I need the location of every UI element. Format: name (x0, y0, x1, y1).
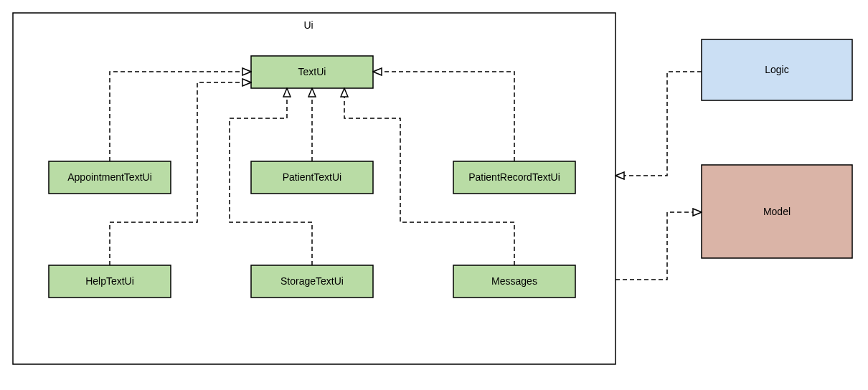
class-patientrecord-label: PatientRecordTextUi (468, 171, 560, 183)
uml-diagram: Ui TextUi AppointmentTextUi PatientTextU… (0, 0, 868, 390)
package-title: Ui (303, 19, 313, 31)
class-patient-label: PatientTextUi (283, 171, 341, 183)
class-appointment-label: AppointmentTextUi (67, 171, 152, 183)
dep-ui-model (615, 212, 702, 280)
class-model-label: Model (763, 206, 791, 217)
dep-patientrecord-textui (373, 72, 514, 161)
dep-logic-ui (615, 72, 702, 176)
dep-appointment-textui (110, 72, 251, 161)
class-help-label: HelpTextUi (85, 275, 134, 287)
class-logic-label: Logic (765, 64, 788, 75)
class-textui-label: TextUi (298, 66, 326, 77)
class-storage-label: StorageTextUi (280, 275, 344, 287)
class-messages-label: Messages (491, 275, 537, 287)
